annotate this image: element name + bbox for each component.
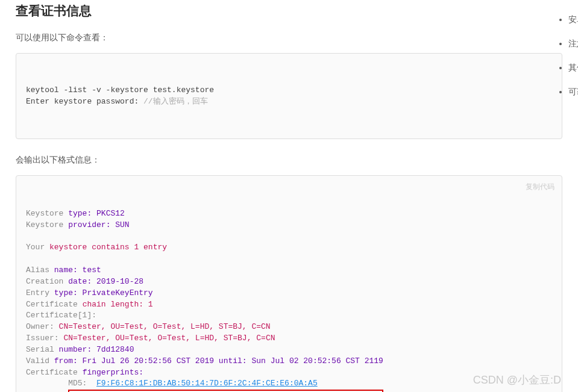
- sidebar-item[interactable]: 其他: [568, 63, 578, 73]
- out-l11b: number: 7dd12840: [59, 345, 134, 354]
- out-l9a: Owner:: [26, 322, 59, 331]
- out-l13b: fingerprints:: [83, 368, 143, 377]
- out-md5-label: MD5:: [26, 379, 96, 388]
- out-l10a: Issuer:: [26, 334, 63, 343]
- sidebar-item[interactable]: 安卓: [568, 14, 578, 25]
- out-l13a: Certificate: [26, 368, 83, 377]
- out-l12b: from: Fri Jul 26 20:52:56 CST 2019 until…: [54, 356, 383, 366]
- intro-text: 可以使用以下命令查看：: [16, 33, 562, 43]
- out-l12a: Valid: [26, 356, 54, 366]
- sidebar-item[interactable]: 可获: [568, 87, 578, 98]
- section-heading: 查看证书信息: [16, 2, 562, 19]
- out-l1b: type: PKCS12: [68, 209, 125, 218]
- out-l7a: Certificate: [26, 300, 83, 309]
- out-l4a: Alias: [26, 266, 54, 275]
- out-md5: F9:F6:C8:1F:DB:AB:50:14:7D:6F:2C:4F:CE:E…: [96, 379, 318, 388]
- right-sidebar: 安卓 注意 其他 可获: [556, 14, 578, 111]
- out-l7b: chain length: 1: [83, 300, 153, 309]
- out-l9b: CN=Tester, OU=Test, O=Test, L=HD, ST=BJ,…: [59, 322, 271, 331]
- out-l6b: type: PrivateKeyEntry: [54, 288, 153, 297]
- out-l5a: Creation: [26, 277, 68, 286]
- output-codeblock: 复制代码Keystore type: PKCS12Keystore provid…: [16, 175, 562, 392]
- output-intro: 会输出以下格式信息：: [16, 155, 562, 166]
- out-l11a: Serial: [26, 345, 59, 354]
- out-l4b: name: test: [54, 266, 101, 275]
- out-l10b: CN=Tester, OU=Test, O=Test, L=HD, ST=BJ,…: [63, 334, 275, 343]
- out-l6a: Entry: [26, 288, 54, 297]
- cmd-line-2a: Enter keystore password:: [26, 97, 143, 106]
- sha1-highlight-box: SHA1: BB:AC:E2:2F:97:3B:18:02:E7:D6:69:A…: [68, 390, 383, 392]
- command-codeblock: keytool -list -v -keystore test.keystore…: [16, 53, 562, 139]
- sidebar-item[interactable]: 注意: [568, 39, 578, 49]
- out-l1a: Keystore: [26, 209, 68, 218]
- cmd-comment: //输入密码，回车: [143, 97, 208, 106]
- out-l3b: keystore contains 1 entry: [49, 243, 167, 252]
- out-l2b: provider: SUN: [68, 220, 129, 229]
- copy-code-button[interactable]: 复制代码: [526, 182, 554, 192]
- out-l5b: date: 2019-10-28: [68, 277, 143, 286]
- out-l2a: Keystore: [26, 220, 68, 229]
- out-l8: Certificate[1]:: [26, 311, 96, 320]
- cmd-line-1: keytool -list -v -keystore test.keystore: [26, 86, 214, 95]
- out-l3a: Your: [26, 243, 49, 252]
